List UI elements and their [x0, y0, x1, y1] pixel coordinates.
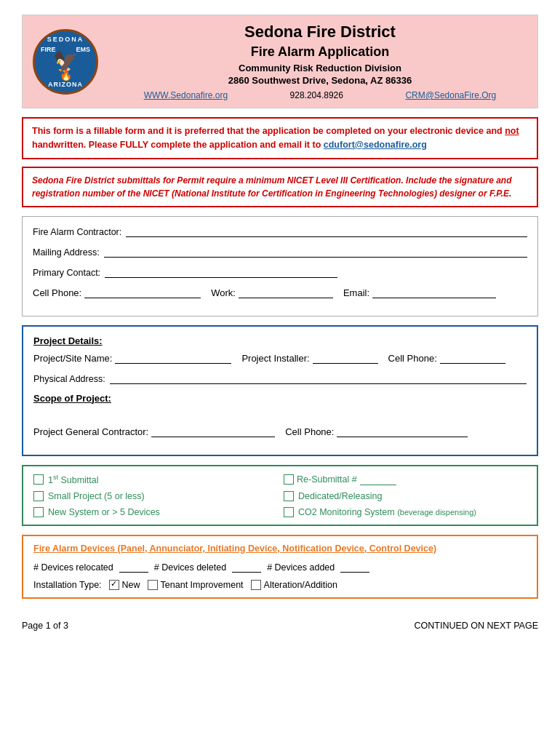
submittal-checkbox-2[interactable] — [284, 474, 294, 485]
website-link[interactable]: WWW.Sedonafire.org — [144, 90, 228, 100]
install-label-new: New — [122, 580, 140, 590]
header-text-block: Sedona Fire District Fire Alarm Applicat… — [113, 23, 527, 100]
mailing-line: Mailing Address: — [33, 246, 527, 258]
logo-flames-icon: 🔥 — [60, 69, 72, 81]
notice-text: This form is a fillable form and it is p… — [32, 124, 528, 152]
page-label: Page 1 of 3 — [22, 621, 68, 631]
contractor-section: Fire Alarm Contractor: Mailing Address: … — [22, 216, 538, 316]
install-checkbox-alteration[interactable] — [251, 580, 261, 590]
gen-contractor-cell-group: Cell Phone: — [285, 426, 468, 437]
submittal-grid: 1st Submittal Re-Submittal # Small Proje… — [33, 474, 527, 517]
notice-email-link[interactable]: cdufort@sedonafire.org — [324, 140, 427, 150]
install-checkbox-tenant[interactable] — [148, 580, 158, 590]
contractor-label: Fire Alarm Contractor: — [33, 227, 121, 237]
submittal-label-4: Dedicated/Releasing — [298, 491, 382, 501]
project-section: Project Details: Project/Site Name: Proj… — [22, 325, 538, 456]
email-group: Email: — [343, 287, 496, 298]
devices-counts-row: # Devices relocated # Devices deleted # … — [33, 561, 527, 573]
header-contact-row: WWW.Sedonafire.org 928.204.8926 CRM@Sedo… — [113, 90, 527, 100]
project-title: Project Details: — [33, 335, 527, 346]
submittal-checkbox-4[interactable] — [284, 491, 294, 501]
submittal-item-4: Dedicated/Releasing — [284, 491, 527, 501]
logo: SEDONA FIRE EMS 🦅 🔥 ARIZONA — [33, 29, 98, 95]
installer-group: Project Installer: — [241, 352, 377, 364]
install-option-tenant: Tenant Improvement — [148, 580, 244, 590]
gen-contractor-field[interactable] — [151, 426, 275, 437]
form-title: Fire Alarm Application — [113, 44, 527, 60]
devices-section: Fire Alarm Devices (Panel, Annunciator, … — [22, 535, 538, 599]
notice-box: This form is a fillable form and it is p… — [22, 117, 538, 159]
install-checkbox-new[interactable] — [109, 580, 119, 590]
install-label-alteration: Alteration/Addition — [264, 580, 337, 590]
installer-field[interactable] — [313, 352, 378, 364]
deleted-label: # Devices deleted — [154, 562, 226, 573]
work-group: Work: — [211, 287, 333, 298]
project-cell-group: Cell Phone: — [388, 352, 505, 364]
nicet-box: Sedona Fire District submittals for Perm… — [22, 167, 538, 207]
submittal-checkbox-1[interactable] — [33, 474, 44, 485]
mailing-label: Mailing Address: — [33, 247, 100, 258]
physical-address-label: Physical Address: — [33, 374, 105, 384]
site-name-group: Project/Site Name: — [33, 352, 231, 364]
work-field[interactable] — [239, 287, 333, 298]
division-name: Community Risk Reduction Division — [113, 63, 527, 73]
footer: Page 1 of 3 CONTINUED ON NEXT PAGE — [22, 621, 538, 631]
email-link[interactable]: CRM@SedonaFire.Org — [405, 90, 496, 100]
email-field[interactable] — [372, 287, 496, 298]
contact-field[interactable] — [105, 266, 337, 278]
cell-group: Cell Phone: — [33, 287, 201, 298]
physical-address-line: Physical Address: — [33, 372, 527, 384]
logo-fire-text: FIRE — [41, 46, 56, 53]
logo-top-text: SEDONA — [47, 36, 84, 43]
work-label: Work: — [211, 287, 236, 298]
submittal-checkbox-3[interactable] — [33, 491, 44, 501]
project-cell-field[interactable] — [440, 352, 505, 364]
cell-field[interactable] — [84, 287, 201, 298]
cell-label: Cell Phone: — [33, 287, 81, 298]
general-contractor-row: Project General Contractor: Cell Phone: — [33, 426, 527, 437]
nicet-text: Sedona Fire District submittals for Perm… — [32, 174, 528, 200]
project-cell-label: Cell Phone: — [388, 353, 437, 364]
physical-address-field[interactable] — [110, 372, 527, 384]
gen-contractor-label: Project General Contractor: — [33, 426, 148, 437]
header-section: SEDONA FIRE EMS 🦅 🔥 ARIZONA Sedona Fire … — [22, 15, 538, 108]
added-label: # Devices added — [267, 562, 335, 573]
scope-label: Scope of Project: — [33, 393, 527, 404]
gen-contractor-cell-label: Cell Phone: — [285, 426, 334, 437]
gen-contractor-group: Project General Contractor: — [33, 426, 275, 437]
submittal-label-5: New System or > 5 Devices — [48, 507, 160, 517]
contact-line: Primary Contact: — [33, 266, 527, 278]
continued-label: CONTINUED ON NEXT PAGE — [415, 621, 538, 631]
org-title: Sedona Fire District — [113, 23, 527, 41]
project-name-row: Project/Site Name: Project Installer: Ce… — [33, 352, 527, 364]
mailing-field[interactable] — [104, 246, 527, 258]
relocated-field[interactable] — [119, 561, 148, 573]
added-field[interactable] — [340, 561, 369, 573]
install-option-new: New — [109, 580, 140, 590]
relocated-label: # Devices relocated — [33, 562, 113, 573]
site-field[interactable] — [115, 352, 231, 364]
submittal-label-3: Small Project (5 or less) — [48, 491, 145, 501]
logo-ems-text: EMS — [76, 46, 90, 53]
submittal-item-3: Small Project (5 or less) — [33, 491, 276, 501]
org-address: 2860 Southwest Drive, Sedona, AZ 86336 — [113, 75, 527, 86]
install-type-row: Installation Type: New Tenant Improvemen… — [33, 580, 527, 590]
devices-title: Fire Alarm Devices (Panel, Annunciator, … — [33, 543, 527, 554]
install-type-label: Installation Type: — [33, 580, 102, 590]
submittal-checkbox-5[interactable] — [33, 507, 44, 517]
gen-contractor-cell-field[interactable] — [337, 426, 468, 437]
submittal-label-1: 1st Submittal — [48, 474, 99, 485]
submittal-checkbox-6[interactable] — [284, 507, 294, 517]
email-label: Email: — [343, 287, 369, 298]
installer-label: Project Installer: — [241, 353, 309, 364]
phone-line: Cell Phone: Work: Email: — [33, 287, 527, 298]
submittal-label-6: CO2 Monitoring System (beverage dispensi… — [298, 507, 476, 517]
submittal-item-2: Re-Submittal # — [284, 474, 527, 485]
resubmittal-number-field[interactable] — [360, 474, 396, 485]
install-option-alteration: Alteration/Addition — [251, 580, 337, 590]
contractor-field[interactable] — [126, 226, 527, 237]
submittal-section: 1st Submittal Re-Submittal # Small Proje… — [22, 465, 538, 526]
install-label-tenant: Tenant Improvement — [161, 580, 244, 590]
deleted-field[interactable] — [232, 561, 261, 573]
submittal-label-2: Re-Submittal # — [297, 474, 357, 485]
